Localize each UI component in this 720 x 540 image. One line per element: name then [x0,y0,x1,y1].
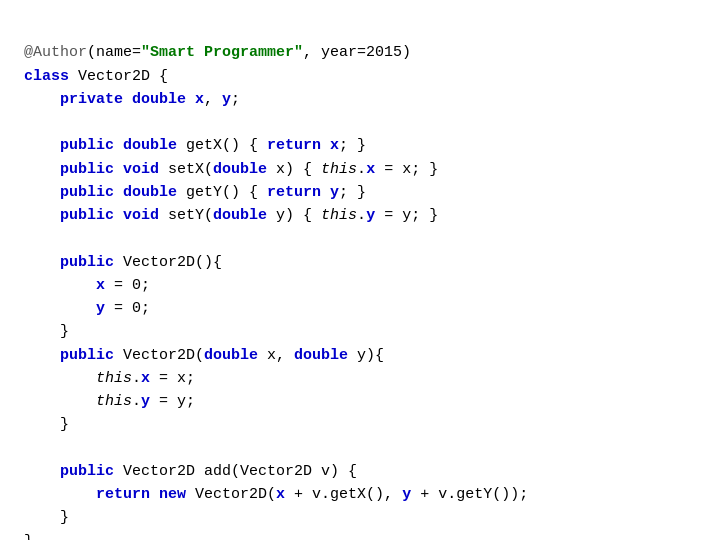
comma: , [204,91,222,108]
y3: y [402,486,411,503]
public6: public [60,347,114,364]
gety-end: ; } [339,184,366,201]
constructor2-param2: y){ [348,347,384,364]
indent6 [24,254,60,271]
x2: x [96,277,105,294]
getx-body [321,137,330,154]
annotation-string: "Smart Programmer" [141,44,303,61]
public3: public double [60,184,177,201]
getx-end: ; } [339,137,366,154]
x1: x [330,137,339,154]
close1: } [24,323,69,340]
this3: this [96,370,132,387]
code-editor: @Author(name="Smart Programmer", year=20… [24,18,696,540]
y1: y [330,184,339,201]
indent10 [24,370,96,387]
constructor2-sig: Vector2D( [114,347,204,364]
setx-param: x) { [267,161,321,178]
this-y2-assign: = y; [150,393,195,410]
field-y: y [222,91,231,108]
public7: public [60,463,114,480]
dot2: . [357,207,366,224]
add-body: Vector2D( [186,486,276,503]
class-name: Vector2D { [69,68,168,85]
return3-space [150,486,159,503]
indent4 [24,184,60,201]
field-decl [186,91,195,108]
setx-param-kw: double [213,161,267,178]
return1: return [267,137,321,154]
sety-body: = y; } [375,207,438,224]
setx-body: = x; } [375,161,438,178]
indent3 [24,161,60,178]
dot1: . [357,161,366,178]
constructor2-param1: x, [258,347,294,364]
new-kw: new [159,486,186,503]
close3: } [24,509,69,526]
x-assign: = 0; [105,277,150,294]
x3: x [276,486,285,503]
indent13 [24,486,96,503]
this-x2: x [141,370,150,387]
indent5 [24,207,60,224]
private-keyword: private double [60,91,186,108]
class-keyword: class [24,68,69,85]
field-x: x [195,91,204,108]
annotation-rest: , year=2015) [303,44,411,61]
this-y2: y [141,393,150,410]
semicolon1: ; [231,91,240,108]
add-plus1: + v.getX(), [285,486,402,503]
getx-sig: getX() { [177,137,267,154]
annotation-open: (name= [87,44,141,61]
indent1 [24,91,60,108]
add-plus2: + v.getY()); [411,486,528,503]
sety-param-kw: double [213,207,267,224]
annotation-at: @Author [24,44,87,61]
indent12 [24,463,60,480]
this-x2-assign: = x; [150,370,195,387]
constructor1-sig: Vector2D(){ [114,254,222,271]
indent8 [24,300,96,317]
return2: return [267,184,321,201]
dot4: . [132,393,141,410]
indent7 [24,277,96,294]
class-close: } [24,533,33,541]
setx-sig: setX( [159,161,213,178]
indent9 [24,347,60,364]
this1: this [321,161,357,178]
close2: } [24,416,69,433]
this-x1: x [366,161,375,178]
indent2 [24,137,60,154]
this-y1: y [366,207,375,224]
constructor2-kw1: double [204,347,258,364]
indent11 [24,393,96,410]
public2: public void [60,161,159,178]
public4: public void [60,207,159,224]
y2: y [96,300,105,317]
this4: this [96,393,132,410]
constructor2-kw2: double [294,347,348,364]
y-assign: = 0; [105,300,150,317]
public5: public [60,254,114,271]
return3: return [96,486,150,503]
dot3: . [132,370,141,387]
gety-sig: getY() { [177,184,267,201]
sety-sig: setY( [159,207,213,224]
add-sig: Vector2D add(Vector2D v) { [114,463,357,480]
gety-body [321,184,330,201]
sety-param: y) { [267,207,321,224]
public1: public double [60,137,177,154]
this2: this [321,207,357,224]
